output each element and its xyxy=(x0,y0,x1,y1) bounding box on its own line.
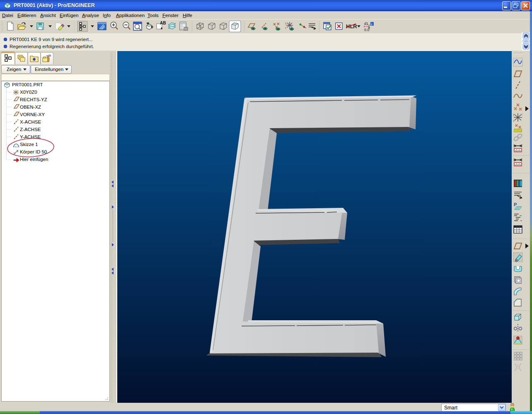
svg-text:y: y xyxy=(285,22,287,25)
svg-text:y: y xyxy=(513,112,515,116)
svg-text:PRT0001.PRT: PRT0001.PRT xyxy=(12,82,43,87)
svg-text:x: x xyxy=(521,112,522,116)
svg-text:z: z xyxy=(285,26,287,29)
svg-text:Hier einfügen: Hier einfügen xyxy=(20,157,48,162)
svg-text:AB: AB xyxy=(160,21,166,25)
svg-text:d1: d1 xyxy=(364,22,368,26)
svg-text:P: P xyxy=(514,202,517,207)
svg-text:X-ACHSE: X-ACHSE xyxy=(20,119,41,124)
svg-text:Z-ACHSE: Z-ACHSE xyxy=(20,127,41,132)
svg-text:HLR: HLR xyxy=(346,23,357,29)
svg-text:X0Y0Z0: X0Y0Z0 xyxy=(20,90,37,95)
svg-text:Körper ID 50: Körper ID 50 xyxy=(20,149,47,154)
svg-text:Skizze 1: Skizze 1 xyxy=(20,142,38,147)
svg-text:z: z xyxy=(513,119,515,122)
svg-text:RECHTS-YZ: RECHTS-YZ xyxy=(20,97,47,102)
svg-text:VORNE-XY: VORNE-XY xyxy=(20,112,45,117)
svg-text:i: i xyxy=(371,22,372,26)
svg-text:0.0: 0.0 xyxy=(364,28,370,32)
svg-text:OBEN-XZ: OBEN-XZ xyxy=(20,105,41,110)
